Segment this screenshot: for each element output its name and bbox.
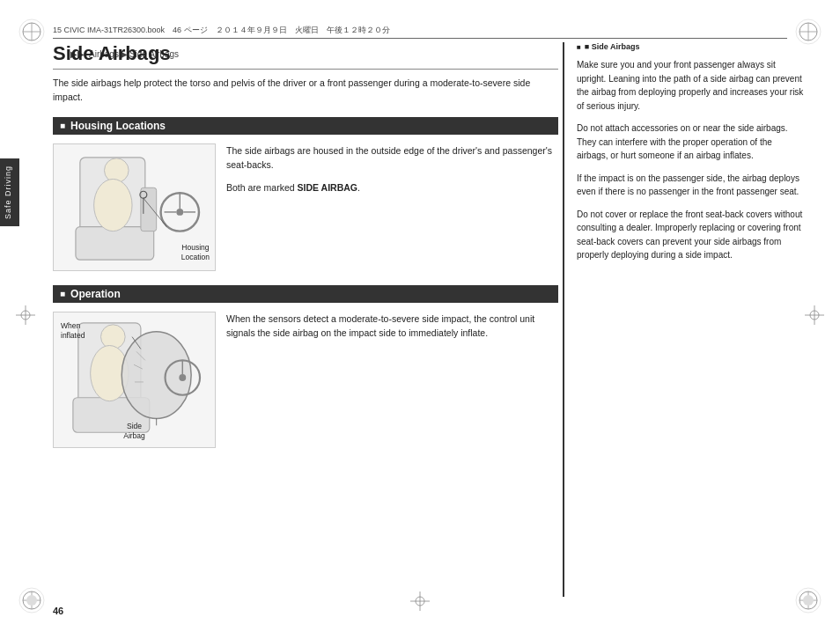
svg-point-21 [104,158,129,182]
housing-location-label: HousingLocation [181,243,210,262]
side-tab: Safe Driving [0,158,19,226]
section-header-operation: Operation [53,285,558,303]
section-title-operation: Operation [70,288,121,300]
right-panel-para2: Do not attach accessories on or near the… [577,121,805,163]
svg-point-33 [100,324,125,349]
svg-point-12 [26,595,37,606]
right-panel-para3: If the impact is on the passenger side, … [577,172,805,199]
housing-section-text: The side airbags are housed in the outsi… [226,143,558,271]
right-middle-marker [805,305,824,327]
bottom-center-marker [410,592,430,613]
header-text: 15 CIVIC IMA-31TR26300.book 46 ページ ２０１４年… [53,25,390,36]
section-header-housing: Housing Locations [53,117,558,135]
page-number: 46 [53,606,63,616]
svg-point-40 [179,374,186,381]
operation-image: Wheninflated SideAirbag [53,312,216,448]
housing-image: HousingLocation [53,143,216,271]
side-airbag-label: SideAirbag [123,422,145,441]
svg-point-22 [94,179,132,231]
when-inflated-label: Wheninflated [61,321,85,341]
page-title: Side Airbags [53,42,558,70]
svg-rect-19 [76,226,154,259]
corner-decoration-bl [16,584,48,616]
right-panel-para1: Make sure you and your front passenger a… [577,58,805,113]
corner-decoration-tl [16,16,48,48]
right-panel: ■ Side Airbags Make sure you and your fr… [563,42,814,597]
section-title-housing: Housing Locations [70,120,166,132]
svg-point-24 [176,208,183,215]
right-panel-title: ■ Side Airbags [577,42,805,51]
section-content-housing: HousingLocation The side airbags are hou… [53,143,558,271]
right-panel-para4: Do not cover or replace the front seat-b… [577,208,805,262]
page-header: 15 CIVIC IMA-31TR26300.book 46 ページ ２０１４年… [53,25,787,39]
section-content-operation: Wheninflated SideAirbag When the sensors… [53,312,558,448]
left-middle-marker [16,305,35,327]
intro-text: The side airbags help protect the torso … [53,77,558,105]
operation-section-text: When the sensors detect a moderate-to-se… [226,312,558,448]
main-content: Side Airbags The side airbags help prote… [53,42,558,597]
